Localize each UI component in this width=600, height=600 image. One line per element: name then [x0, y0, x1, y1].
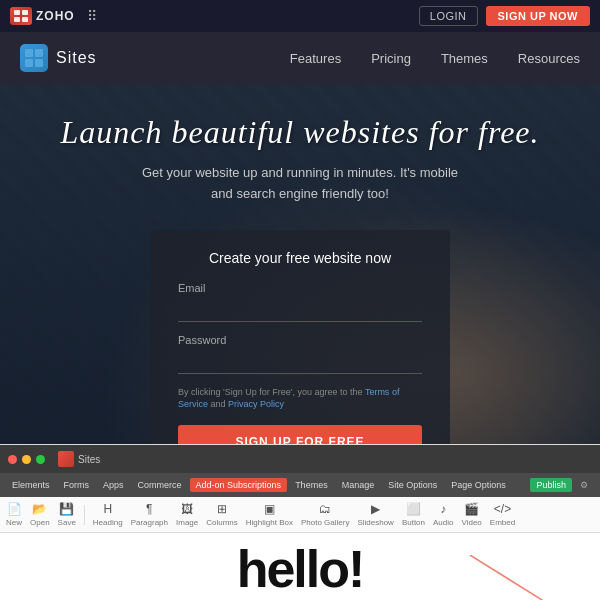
svg-rect-6	[25, 59, 33, 67]
hero-title: Launch beautiful websites for free.	[0, 114, 600, 151]
toolbar-save[interactable]: 💾 Save	[58, 502, 76, 527]
editor-preview: Sites Elements Forms Apps Commerce Add-o…	[0, 444, 600, 600]
nav-themes[interactable]: Themes	[441, 51, 488, 66]
form-title: Create your free website now	[178, 250, 422, 266]
grid-icon[interactable]: ⠿	[87, 8, 97, 24]
svg-rect-4	[25, 49, 33, 57]
signup-top-button[interactable]: SIGN UP NOW	[486, 6, 590, 26]
menu-apps[interactable]: Apps	[97, 478, 130, 492]
topbar-left: ZOHO ⠿	[10, 7, 97, 25]
topbar-right: LOGIN SIGN UP NOW	[419, 6, 590, 26]
menu-page-options[interactable]: Page Options	[445, 478, 512, 492]
menu-site-options[interactable]: Site Options	[382, 478, 443, 492]
svg-rect-0	[14, 10, 20, 15]
password-input[interactable]	[178, 350, 422, 374]
hero-section: Launch beautiful websites for free. Get …	[0, 84, 600, 444]
zoho-logo-text: ZOHO	[36, 9, 75, 23]
toolbar-image[interactable]: 🖼 Image	[176, 502, 198, 527]
maximize-window-button[interactable]	[36, 455, 45, 464]
password-field-group: Password	[178, 334, 422, 374]
menu-forms[interactable]: Forms	[58, 478, 96, 492]
toolbar-embed[interactable]: </> Embed	[490, 502, 515, 527]
editor-app-logo: Sites	[58, 451, 100, 467]
top-bar: ZOHO ⠿ LOGIN SIGN UP NOW	[0, 0, 600, 32]
zoho-logo-icon	[10, 7, 32, 25]
editor-logo-text: Sites	[78, 454, 100, 465]
toolbar-heading[interactable]: H Heading	[93, 502, 123, 527]
toolbar-columns[interactable]: ⊞ Columns	[206, 502, 238, 527]
sites-logo-text: Sites	[56, 49, 97, 67]
toolbar-button[interactable]: ⬜ Button	[402, 502, 425, 527]
svg-rect-1	[22, 10, 28, 15]
editor-title-bar: Sites	[0, 445, 600, 473]
minimize-window-button[interactable]	[22, 455, 31, 464]
sites-logo[interactable]: Sites	[20, 44, 97, 72]
editor-menu-bar: Elements Forms Apps Commerce Add-on Subs…	[0, 473, 600, 497]
menu-elements[interactable]: Elements	[6, 478, 56, 492]
privacy-link[interactable]: Privacy Policy	[228, 399, 284, 409]
toolbar-photo-gallery[interactable]: 🗂 Photo Gallery	[301, 502, 349, 527]
toolbar-video[interactable]: 🎬 Video	[462, 502, 482, 527]
toolbar-new[interactable]: 📄 New	[6, 502, 22, 527]
editor-logo-icon	[58, 451, 74, 467]
menu-themes[interactable]: Themes	[289, 478, 334, 492]
toolbar-highlight-box[interactable]: ▣ Highlight Box	[246, 502, 293, 527]
sites-logo-icon	[20, 44, 48, 72]
menu-addon-subscriptions[interactable]: Add-on Subscriptions	[190, 478, 288, 492]
menu-manage[interactable]: Manage	[336, 478, 381, 492]
nav-pricing[interactable]: Pricing	[371, 51, 411, 66]
menu-commerce[interactable]: Commerce	[132, 478, 188, 492]
hero-content: Launch beautiful websites for free. Get …	[0, 114, 600, 225]
svg-rect-3	[22, 17, 28, 22]
editor-toolbar: 📄 New 📂 Open 💾 Save H Heading ¶ Paragrap…	[0, 497, 600, 533]
signup-free-button[interactable]: SIGN UP FOR FREE	[178, 425, 422, 444]
toolbar-separator-1	[84, 505, 85, 525]
hero-subtitle: Get your website up and running in minut…	[130, 163, 470, 205]
hello-text: hello!	[237, 543, 364, 595]
nav-resources[interactable]: Resources	[518, 51, 580, 66]
svg-line-8	[470, 555, 550, 600]
navbar: Sites Features Pricing Themes Resources	[0, 32, 600, 84]
email-label: Email	[178, 282, 422, 294]
nav-links: Features Pricing Themes Resources	[290, 51, 580, 66]
nav-features[interactable]: Features	[290, 51, 341, 66]
close-window-button[interactable]	[8, 455, 17, 464]
svg-rect-2	[14, 17, 20, 22]
toolbar-paragraph[interactable]: ¶ Paragraph	[131, 502, 168, 527]
toolbar-slideshow[interactable]: ▶ Slideshow	[357, 502, 393, 527]
terms-text: By clicking 'Sign Up for Free', you agre…	[178, 386, 422, 411]
publish-button[interactable]: Publish	[530, 478, 572, 492]
toolbar-open[interactable]: 📂 Open	[30, 502, 50, 527]
editor-settings-icon[interactable]: ⚙	[574, 478, 594, 492]
signup-form: Create your free website now Email Passw…	[150, 230, 450, 444]
svg-rect-5	[35, 49, 43, 57]
toolbar-audio[interactable]: ♪ Audio	[433, 502, 453, 527]
svg-rect-7	[35, 59, 43, 67]
zoho-logo[interactable]: ZOHO	[10, 7, 75, 25]
email-field-group: Email	[178, 282, 422, 322]
login-button[interactable]: LOGIN	[419, 6, 478, 26]
password-label: Password	[178, 334, 422, 346]
editor-canvas: hello!	[0, 533, 600, 600]
email-input[interactable]	[178, 298, 422, 322]
